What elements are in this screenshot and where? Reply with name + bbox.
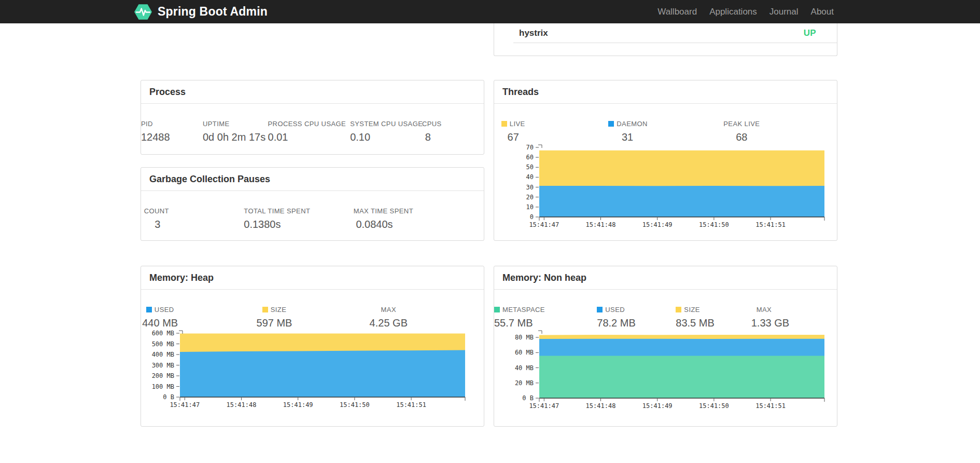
status-badge: UP: [804, 28, 816, 38]
metric-label: PROCESS CPU USAGE: [268, 120, 283, 128]
svg-text:300 MB: 300 MB: [152, 362, 174, 369]
svg-text:15:41:50: 15:41:50: [699, 221, 729, 228]
metric-label: MAX: [751, 306, 777, 314]
metric-value: 0.0840s: [354, 218, 395, 230]
metric-label: PID: [141, 120, 152, 128]
legend-swatch: [608, 121, 614, 127]
metric-label: PEAK LIVE: [723, 120, 761, 128]
card-title: Garbage Collection Pauses: [141, 168, 484, 191]
svg-text:15:41:51: 15:41:51: [396, 401, 426, 408]
metric-value: 83.5 MB: [676, 317, 693, 329]
metric: SYSTEM CPU USAGE 0.10: [350, 120, 422, 143]
card-title: Process: [141, 80, 484, 104]
navbar: Spring Boot Admin Wallboard Applications…: [0, 0, 980, 23]
svg-text:15:41:50: 15:41:50: [340, 401, 370, 408]
metric: MAX TIME SPENT 0.0840s: [354, 208, 484, 230]
metric-label: CPUS: [422, 120, 433, 128]
metric: PID 12488: [141, 120, 203, 143]
svg-text:40 MB: 40 MB: [515, 364, 534, 372]
svg-text:15:41:47: 15:41:47: [529, 402, 559, 410]
nonheap-svg: 0 B20 MB40 MB60 MB80 MB15:41:4715:41:481…: [509, 329, 828, 413]
row-divider: [513, 43, 837, 43]
nav-link[interactable]: Applications: [703, 7, 763, 17]
threads-legend: LIVE 67 DAEMON 31 PEAK LIVE 68: [494, 120, 837, 143]
svg-text:15:41:51: 15:41:51: [755, 402, 786, 410]
svg-text:15:41:49: 15:41:49: [642, 221, 673, 228]
legend-item: USED 440 MB: [141, 306, 255, 329]
metric: CPUS 8: [422, 120, 484, 143]
svg-text:500 MB: 500 MB: [152, 341, 174, 348]
heap-legend: USED 440 MB SIZE 597 MB MAX 4.25 GB: [141, 306, 484, 329]
svg-text:400 MB: 400 MB: [152, 351, 174, 358]
svg-text:15:41:48: 15:41:48: [586, 402, 616, 410]
svg-text:15:41:47: 15:41:47: [529, 221, 559, 228]
legend-item: PEAK LIVE 68: [723, 120, 837, 143]
metric-label: DAEMON: [608, 120, 646, 128]
svg-text:20: 20: [526, 194, 534, 201]
svg-text:80 MB: 80 MB: [515, 334, 534, 341]
legend-swatch: [597, 307, 603, 312]
svg-text:15:41:49: 15:41:49: [642, 402, 673, 410]
metric: PROCESS CPU USAGE 0.01: [268, 120, 351, 143]
application-name[interactable]: hystrix: [519, 28, 548, 38]
metric-label: METASPACE: [494, 306, 525, 314]
brand[interactable]: Spring Boot Admin: [134, 0, 268, 23]
metric-label: SIZE: [255, 306, 293, 314]
nav-link[interactable]: Journal: [763, 7, 805, 17]
application-status-card: hystrix UP: [494, 23, 837, 56]
svg-text:15:41:50: 15:41:50: [699, 402, 729, 410]
svg-text:15:41:49: 15:41:49: [283, 401, 313, 408]
svg-text:50: 50: [526, 164, 534, 171]
application-row[interactable]: hystrix UP: [494, 23, 837, 43]
metric: COUNT 3: [141, 208, 244, 230]
legend-item: MAX 1.33 GB: [751, 306, 837, 329]
metric-value: 67: [494, 131, 532, 143]
metric-label: USED: [141, 306, 179, 314]
metric-value: 4.25 GB: [370, 317, 408, 329]
metric-label: TOTAL TIME SPENT: [244, 208, 276, 215]
metric-label: SYSTEM CPU USAGE: [350, 120, 363, 128]
metric-value: 8: [422, 131, 434, 143]
card-title: Threads: [494, 80, 837, 104]
metric-value: 0.01: [268, 131, 284, 143]
nav-link[interactable]: Wallboard: [651, 7, 703, 17]
legend-item: METASPACE 55.7 MB: [494, 306, 597, 329]
svg-text:0: 0: [530, 213, 534, 221]
legend-swatch: [501, 121, 507, 127]
svg-text:100 MB: 100 MB: [152, 383, 174, 390]
metric-value: 0d 0h 2m 17s: [203, 131, 215, 143]
brand-title: Spring Boot Admin: [158, 5, 268, 19]
svg-text:70: 70: [526, 144, 534, 151]
svg-text:200 MB: 200 MB: [152, 372, 174, 379]
metric-value: 55.7 MB: [494, 317, 518, 329]
legend-item: SIZE 83.5 MB: [676, 306, 751, 329]
metric-label: MAX TIME SPENT: [354, 208, 393, 215]
metric-label: SIZE: [676, 306, 698, 314]
metric-value: 440 MB: [141, 317, 179, 329]
svg-text:60: 60: [526, 154, 534, 161]
nav-link[interactable]: About: [805, 7, 840, 17]
threads-card: Threads LIVE 67 DAEMON 31 PEAK LIVE 68 0…: [494, 80, 837, 241]
svg-text:0 B: 0 B: [163, 393, 174, 401]
metric: UPTIME 0d 0h 2m 17s: [203, 120, 268, 143]
legend-item: DAEMON 31: [608, 120, 722, 143]
metric-value: 1.33 GB: [751, 317, 771, 329]
process-card: Process PID 12488 UPTIME 0d 0h 2m 17s PR…: [141, 80, 484, 155]
legend-item: SIZE 597 MB: [255, 306, 369, 329]
gc-pauses-card: Garbage Collection Pauses COUNT 3 TOTAL …: [141, 167, 484, 241]
card-title: Memory: Heap: [141, 266, 484, 290]
pulse-hexagon-logo-icon: [134, 3, 152, 21]
legend-item: USED 78.2 MB: [597, 306, 676, 329]
nonheap-legend: METASPACE 55.7 MB USED 78.2 MB SIZE 83.5…: [494, 306, 837, 329]
metric-value: 597 MB: [255, 317, 293, 329]
svg-text:15:41:47: 15:41:47: [170, 401, 200, 408]
metric-value: 78.2 MB: [597, 317, 615, 329]
svg-text:20 MB: 20 MB: [515, 379, 534, 387]
metric-value: 0.1380s: [244, 218, 279, 230]
metric-value: 0.10: [350, 131, 363, 143]
svg-text:15:41:48: 15:41:48: [227, 401, 257, 408]
legend-swatch: [146, 307, 152, 312]
navbar-links: Wallboard Applications Journal About: [651, 0, 840, 23]
metric-value: 68: [723, 131, 761, 143]
heap-svg: 0 B100 MB200 MB300 MB400 MB500 MB600 MB1…: [150, 329, 468, 412]
